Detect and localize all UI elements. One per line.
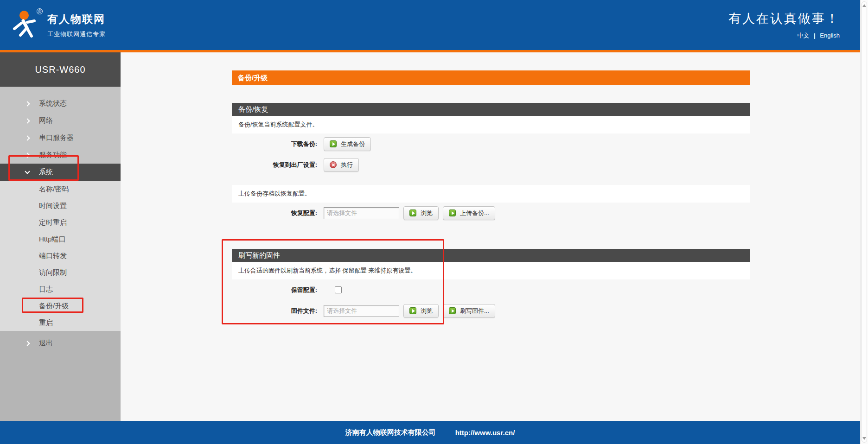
factory-reset-row: 恢复到出厂设置: 执行 <box>232 154 750 175</box>
sidebar-subitem-time-settings[interactable]: 时间设置 <box>0 197 121 214</box>
device-model-title: USR-W660 <box>0 52 121 87</box>
sidebar-subitem-log[interactable]: 日志 <box>0 281 121 298</box>
sidebar-item-label: 网络 <box>39 116 53 125</box>
play-icon <box>409 307 416 314</box>
main-content: 备份/升级 备份/恢复 备份/恢复当前系统配置文件。 下载备份: 生成备份 恢复… <box>121 52 860 421</box>
brand-subtitle: 工业物联网通信专家 <box>47 30 106 38</box>
sidebar-item-label: 服务功能 <box>39 151 67 159</box>
chevron-right-icon <box>25 101 30 106</box>
chevron-down-icon <box>25 169 30 174</box>
firmware-file-row: 固件文件: 浏览 刷写固件... <box>232 300 750 321</box>
sidebar-subitem-access-restriction[interactable]: 访问限制 <box>0 264 121 281</box>
keep-settings-row: 保留配置: <box>232 279 750 300</box>
footer-url-link[interactable]: http://www.usr.cn/ <box>455 429 515 437</box>
flash-firmware-description: 上传合适的固件以刷新当前系统，选择 保留配置 来维持原有设置。 <box>232 262 750 279</box>
sidebar: USR-W660 系统状态 网络 串口服务器 服务功能 系统 名称/密码 时间设… <box>0 52 121 421</box>
sidebar-item-system-status[interactable]: 系统状态 <box>0 95 121 112</box>
scrollbar-track[interactable] <box>860 0 868 444</box>
upload-backup-button[interactable]: 上传备份... <box>443 206 495 220</box>
restore-config-file-input[interactable] <box>324 207 399 219</box>
sidebar-item-serial-server[interactable]: 串口服务器 <box>0 129 121 146</box>
scrollbar-thumb[interactable] <box>862 1 867 443</box>
sidebar-subitem-backup-upgrade[interactable]: 备份/升级 <box>0 298 121 314</box>
usr-person-logo-icon: ® <box>10 8 41 42</box>
registered-mark: ® <box>37 8 43 14</box>
top-header: ® 有人物联网 工业物联网通信专家 有人在认真做事！ 中文 | English <box>0 0 860 52</box>
language-switcher: 中文 | English <box>728 32 840 40</box>
download-backup-label: 下载备份: <box>232 140 317 148</box>
download-backup-row: 下载备份: 生成备份 <box>232 133 750 154</box>
keep-settings-label: 保留配置: <box>232 286 317 294</box>
backup-restore-section: 备份/恢复 备份/恢复当前系统配置文件。 下载备份: 生成备份 恢复到出厂设置:… <box>232 103 750 223</box>
scroll-down-icon[interactable] <box>862 437 866 440</box>
sidebar-subitem-restart[interactable]: 重启 <box>0 314 121 331</box>
browse-backup-button[interactable]: 浏览 <box>403 206 439 220</box>
lang-divider: | <box>814 32 816 39</box>
upload-backup-description: 上传备份存档以恢复配置。 <box>232 185 750 203</box>
firmware-file-input[interactable] <box>324 305 399 317</box>
brand-logo: ® 有人物联网 工业物联网通信专家 <box>10 8 106 42</box>
play-icon <box>449 307 456 314</box>
sidebar-subitem-scheduled-restart[interactable]: 定时重启 <box>0 214 121 231</box>
sidebar-subitem-name-password[interactable]: 名称/密码 <box>0 181 121 197</box>
firmware-file-label: 固件文件: <box>232 307 317 315</box>
generate-backup-button[interactable]: 生成备份 <box>324 137 371 151</box>
brand-title: 有人物联网 <box>47 12 106 26</box>
backup-restore-description: 备份/恢复当前系统配置文件。 <box>232 116 750 133</box>
lang-chinese-link[interactable]: 中文 <box>797 32 809 39</box>
keep-settings-checkbox[interactable] <box>335 286 342 293</box>
sidebar-item-label: 系统状态 <box>39 99 67 108</box>
chevron-right-icon <box>25 152 30 158</box>
cancel-icon <box>330 161 337 168</box>
page-footer: 济南有人物联网技术有限公司 http://www.usr.cn/ <box>0 421 860 444</box>
sidebar-subitem-port-forwarding[interactable]: 端口转发 <box>0 247 121 264</box>
factory-reset-label: 恢复到出厂设置: <box>232 161 317 169</box>
restore-config-row: 恢复配置: 浏览 上传备份... <box>232 203 750 223</box>
play-icon <box>449 209 456 216</box>
slogan-text: 有人在认真做事！ <box>728 10 840 27</box>
sidebar-subitem-http-port[interactable]: Http端口 <box>0 231 121 247</box>
sidebar-item-service-function[interactable]: 服务功能 <box>0 146 121 164</box>
page-title: 备份/升级 <box>232 70 750 85</box>
play-icon <box>330 140 337 147</box>
sidebar-item-system[interactable]: 系统 <box>0 164 121 181</box>
sidebar-item-network[interactable]: 网络 <box>0 112 121 129</box>
sidebar-item-label: 串口服务器 <box>39 133 74 142</box>
chevron-right-icon <box>25 118 30 123</box>
play-icon <box>409 209 416 216</box>
restore-config-label: 恢复配置: <box>232 209 317 217</box>
execute-factory-reset-button[interactable]: 执行 <box>324 158 359 172</box>
sidebar-item-label: 系统 <box>39 168 53 177</box>
backup-restore-section-title: 备份/恢复 <box>232 103 750 116</box>
flash-firmware-section: 刷写新的固件 上传合适的固件以刷新当前系统，选择 保留配置 来维持原有设置。 保… <box>232 249 750 321</box>
lang-english-link[interactable]: English <box>820 32 840 39</box>
footer-company: 济南有人物联网技术有限公司 <box>345 428 436 437</box>
sidebar-item-logout[interactable]: 退出 <box>0 335 121 352</box>
scroll-up-icon[interactable] <box>862 4 866 7</box>
chevron-right-icon <box>25 341 30 346</box>
browse-firmware-button[interactable]: 浏览 <box>403 304 439 318</box>
sidebar-item-label: 退出 <box>39 339 53 348</box>
flash-firmware-button[interactable]: 刷写固件... <box>443 304 495 318</box>
flash-firmware-section-title: 刷写新的固件 <box>232 249 750 262</box>
chevron-right-icon <box>25 135 30 140</box>
